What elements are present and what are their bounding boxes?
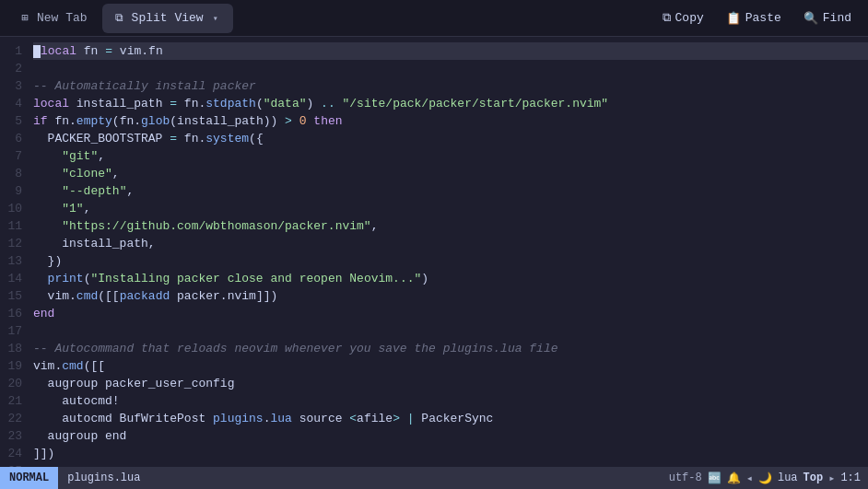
code-line: "--depth", [33, 182, 868, 200]
split-view-label: Split View [132, 11, 204, 25]
tab-bar: ⊞ New Tab ⧉ Split View ▾ ⧉ Copy 📋 Paste … [0, 0, 868, 37]
code-area: 1 2 3 4 5 6 7 8 9 10 11 12 13 14 15 16 1… [0, 37, 868, 467]
code-line: ]]) [33, 445, 868, 462]
arrow-right-icon: ▸ [828, 472, 835, 485]
code-line: if fn.empty(fn.glob(install_path)) > 0 t… [33, 112, 868, 130]
code-line: -- Automatically install packer [33, 77, 868, 95]
arrow-icon: ◂ [746, 472, 753, 485]
tab-new-tab[interactable]: ⊞ New Tab [7, 6, 99, 30]
code-line: PACKER_BOOTSTRAP = fn.system({ [33, 130, 868, 147]
code-line: autocmd! [33, 392, 868, 410]
split-view-icon: ⧉ [113, 12, 126, 25]
code-line: vim.cmd([[ [33, 357, 868, 375]
status-mode: NORMAL [0, 467, 58, 489]
chevron-down-icon[interactable]: ▾ [209, 9, 222, 28]
code-line: "clone", [33, 165, 868, 182]
code-line: install_path, [33, 235, 868, 252]
encoding-label: utf-8 [669, 472, 702, 484]
code-line: "https://github.com/wbthomason/packer.nv… [33, 217, 868, 235]
code-line: augroup end [33, 427, 868, 445]
code-line: local fn = vim.fn [33, 42, 868, 60]
lua-icon: 🌙 [758, 472, 772, 485]
lang-label: lua [778, 472, 798, 484]
status-right: utf-8 🔤 🔔 ◂ 🌙 lua Top ▸ 1:1 [669, 472, 868, 485]
toolbar-right: ⧉ Copy 📋 Paste 🔍 Find [653, 7, 861, 29]
code-line: local install_path = fn.stdpath("data") … [33, 95, 868, 112]
code-lines[interactable]: local fn = vim.fn -- Automatically insta… [33, 37, 868, 467]
new-tab-icon: ⊞ [18, 12, 31, 25]
paste-label: Paste [745, 11, 781, 25]
code-line [33, 60, 868, 77]
code-line: vim.cmd([[packadd packer.nvim]]) [33, 287, 868, 305]
code-line: end [33, 305, 868, 322]
code-line [33, 322, 868, 340]
bell-icon: 🔔 [727, 472, 741, 485]
status-file: plugins.lua [58, 472, 149, 484]
paste-button[interactable]: 📋 Paste [717, 7, 791, 29]
line-col-label: 1:1 [840, 472, 861, 484]
line-numbers: 1 2 3 4 5 6 7 8 9 10 11 12 13 14 15 16 1… [0, 37, 33, 467]
code-line: "1", [33, 200, 868, 217]
code-line: }) [33, 252, 868, 270]
copy-button[interactable]: ⧉ Copy [653, 7, 713, 29]
code-line: print("Installing packer close and reope… [33, 270, 868, 287]
find-icon: 🔍 [803, 11, 818, 26]
copy-label: Copy [675, 11, 704, 25]
code-line: autocmd BufWritePost plugins.lua source … [33, 410, 868, 427]
paste-icon: 📋 [726, 11, 741, 26]
new-tab-label: New Tab [37, 11, 88, 25]
status-bar: NORMAL plugins.lua utf-8 🔤 🔔 ◂ 🌙 lua Top… [0, 467, 868, 489]
encoding-icon: 🔤 [708, 472, 721, 485]
tab-split-view[interactable]: ⧉ Split View ▾ [102, 4, 233, 33]
code-content: 1 2 3 4 5 6 7 8 9 10 11 12 13 14 15 16 1… [0, 37, 868, 467]
position-label: Top [803, 472, 824, 484]
code-line: "git", [33, 147, 868, 165]
code-line: -- Autocommand that reloads neovim whene… [33, 340, 868, 357]
find-button[interactable]: 🔍 Find [794, 7, 861, 29]
copy-icon: ⧉ [663, 11, 671, 25]
find-label: Find [823, 11, 851, 25]
code-line: augroup packer_user_config [33, 375, 868, 392]
